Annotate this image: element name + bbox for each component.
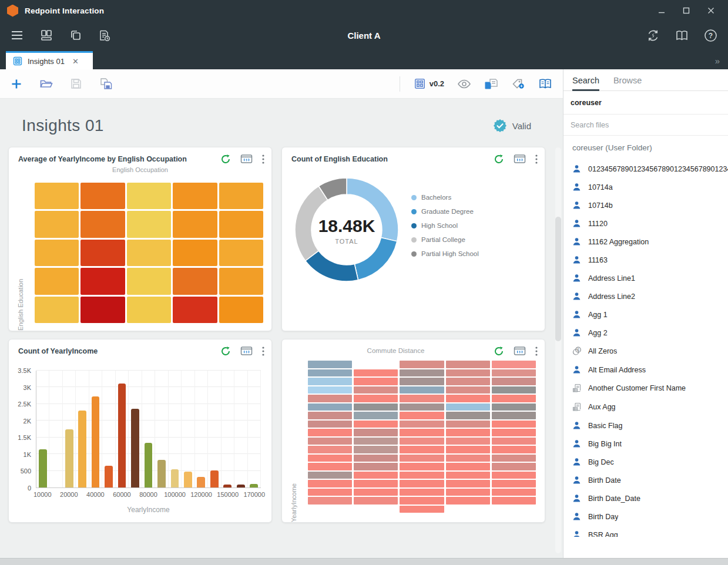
matrix-cell[interactable] [446,395,490,402]
refresh-icon[interactable] [220,346,231,357]
bar[interactable] [78,411,86,487]
matrix-cell[interactable] [308,361,352,368]
heatmap-cell[interactable] [35,211,79,237]
heatmap-cell[interactable] [80,297,125,323]
heatmap-cell[interactable] [219,268,263,294]
list-item[interactable]: 10714b [563,196,728,214]
list-item[interactable]: Address Line2 [563,287,728,305]
heatmap-cell[interactable] [219,211,263,237]
matrix-cell[interactable] [400,455,444,462]
matrix-cell[interactable] [354,480,398,487]
matrix-cell[interactable] [308,421,352,428]
list-item[interactable]: Alt Email Address [563,361,728,379]
matrix-cell[interactable] [400,429,444,436]
matrix-cell[interactable] [400,403,444,411]
matrix-cell[interactable] [308,463,352,470]
matrix-cell[interactable] [308,378,352,385]
matrix-cell[interactable] [308,412,352,419]
copy-page-icon[interactable] [69,29,82,41]
matrix-cell[interactable] [446,455,490,462]
bar[interactable] [39,449,47,487]
matrix-cell[interactable] [400,506,444,513]
matrix-cell[interactable] [354,378,398,385]
list-item[interactable]: Big Dec [563,453,728,471]
legend-item[interactable]: Bachelors [411,194,479,201]
matrix-cell[interactable] [492,361,536,368]
matrix-cell[interactable] [492,489,536,496]
matrix-cell[interactable] [400,480,444,487]
kebab-menu-icon[interactable] [262,347,264,356]
minimize-icon[interactable] [652,3,672,18]
matrix-cell[interactable] [492,429,536,436]
tab-search[interactable]: Search [572,76,599,85]
matrix-cell[interactable] [446,403,490,411]
matrix-cell[interactable] [354,429,398,436]
matrix-cell[interactable] [354,412,398,419]
matrix-cell[interactable] [446,421,490,428]
matrix-cell[interactable] [446,378,490,385]
matrix-cell[interactable] [400,361,444,368]
bar[interactable] [145,443,153,487]
heatmap-cell[interactable] [80,183,125,209]
heatmap-cell[interactable] [35,268,79,294]
save-copy-icon[interactable] [99,78,113,90]
bar[interactable] [237,485,245,487]
matrix-cell[interactable] [446,497,490,505]
bar[interactable] [250,484,258,487]
matrix-cell[interactable] [354,446,398,453]
matrix-cell[interactable] [354,489,398,496]
window-refresh-icon[interactable] [514,346,526,357]
legend-item[interactable]: Graduate Degree [411,208,479,215]
folder-section-header[interactable]: coreuser (User Folder) [563,136,728,159]
bar[interactable] [171,469,179,487]
tab-overflow-icon[interactable]: » [715,56,728,69]
matrix-cell[interactable] [400,472,444,479]
list-item[interactable]: 11120 [563,214,728,233]
matrix-cell[interactable] [492,480,536,487]
add-icon[interactable] [11,78,22,90]
bar[interactable] [92,396,100,487]
matrix-cell[interactable] [308,489,352,496]
legend-item[interactable]: High School [411,222,479,229]
kebab-menu-icon[interactable] [262,154,264,164]
search-query[interactable]: coreuser [571,99,602,107]
matrix-cell[interactable] [492,378,536,385]
matrix-cell[interactable] [308,403,352,411]
heatmap-cell[interactable] [173,240,217,266]
matrix-cell[interactable] [492,403,536,411]
tag-icon[interactable] [512,78,525,89]
list-item[interactable]: Big Big Int [563,435,728,453]
help-icon[interactable]: ? [704,29,717,42]
list-item[interactable]: 11163 [563,251,728,269]
list-item[interactable]: $All Zeros [563,342,728,361]
heatmap-cell[interactable] [80,211,125,237]
bar[interactable] [157,460,166,487]
matrix-cell[interactable] [400,446,444,453]
matrix-cell[interactable] [400,489,444,496]
matrix-cell[interactable] [354,369,398,377]
matrix-cell[interactable] [446,489,490,496]
window-refresh-icon[interactable] [240,154,253,164]
list-item[interactable]: BSR Agg [563,526,728,537]
matrix-cell[interactable] [400,386,444,394]
tab-insights-01[interactable]: Insights 01 ✕ [6,51,93,69]
matrix-cell[interactable] [446,438,490,445]
matrix-cell[interactable] [354,386,398,394]
matrix-cell[interactable] [308,480,352,487]
heatmap-cell[interactable] [219,297,263,323]
list-item[interactable]: Aux Agg [563,398,728,416]
window-refresh-icon[interactable] [240,346,253,357]
kebab-menu-icon[interactable] [535,154,538,164]
matrix-cell[interactable] [308,438,352,445]
sync-power-icon[interactable] [646,29,660,42]
matrix-cell[interactable] [492,386,536,394]
list-item[interactable]: Agg 1 [563,305,728,324]
heatmap-cell[interactable] [173,211,217,237]
query-row[interactable]: coreuser [563,91,728,115]
heatmap-cell[interactable] [127,183,171,209]
content-scrollbar[interactable] [555,147,561,553]
heatmap-cell[interactable] [173,183,217,209]
tab-browse[interactable]: Browse [613,76,642,85]
matrix-cell[interactable] [446,472,490,479]
open-book-icon[interactable] [538,78,552,89]
